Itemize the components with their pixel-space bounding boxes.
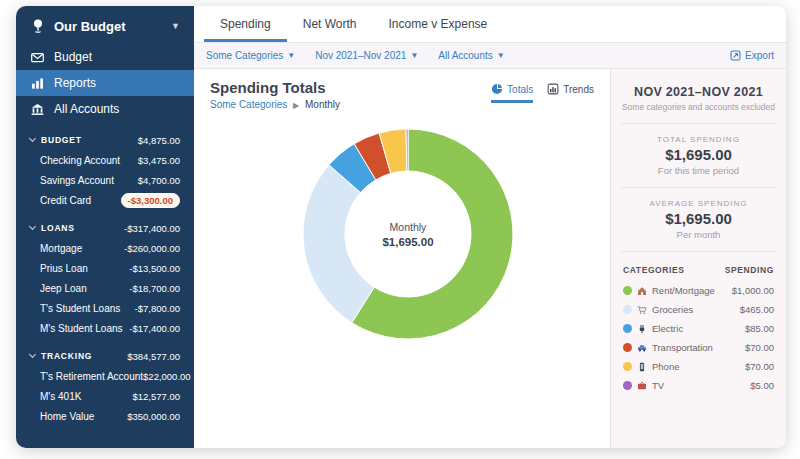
account-row-jeep-loan[interactable]: Jeep Loan-$18,700.00: [16, 278, 194, 298]
sidebar: Our Budget ▼ Budget Reports All Accounts…: [16, 6, 194, 448]
filter-categories-dropdown[interactable]: Some Categories ▼: [206, 50, 295, 61]
trends-toggle[interactable]: Trends: [547, 83, 594, 103]
breadcrumb-categories-link[interactable]: Some Categories: [210, 99, 287, 110]
breadcrumb: Some Categories ▶ Monthly: [210, 99, 340, 110]
total-spending-value: $1,695.00: [611, 146, 786, 163]
category-amount: $1,000.00: [732, 285, 774, 296]
export-icon: [730, 50, 741, 61]
filter-accounts-label: All Accounts: [438, 50, 492, 61]
section-header-tracking[interactable]: TRACKING$384,577.00: [16, 346, 194, 366]
chevron-down-icon: ▼: [171, 21, 180, 31]
tab-income-v-expense[interactable]: Income v Expense: [373, 6, 504, 42]
account-name: Mortgage: [40, 243, 82, 254]
chevron-down-icon: [29, 135, 36, 142]
category-amount: $70.00: [745, 361, 774, 372]
tree-icon: [30, 18, 46, 34]
account-name: Prius Loan: [40, 263, 88, 274]
phone-icon: [637, 362, 647, 372]
section-header-loans[interactable]: LOANS-$317,400.00: [16, 218, 194, 238]
account-row-mortgage[interactable]: Mortgage-$260,000.00: [16, 238, 194, 258]
sidebar-item-reports[interactable]: Reports: [16, 70, 194, 96]
category-row-rent-mortgage[interactable]: Rent/Mortgage$1,000.00: [611, 281, 786, 300]
account-balance: $3,475.00: [138, 155, 180, 166]
account-row-t-s-student-loans[interactable]: T's Student Loans-$7,800.00: [16, 298, 194, 318]
account-balance: -$18,700.00: [129, 283, 180, 294]
sidebar-item-label: All Accounts: [54, 102, 119, 116]
donut-segment-tv[interactable]: [406, 129, 408, 171]
category-color-dot: [623, 362, 632, 371]
tab-spending[interactable]: Spending: [204, 6, 287, 42]
export-label: Export: [745, 50, 774, 61]
account-balance: -$17,400.00: [129, 323, 180, 334]
account-row-home-value[interactable]: Home Value$350,000.00: [16, 406, 194, 426]
category-row-tv[interactable]: TV$5.00: [611, 376, 786, 395]
sidebar-item-label: Budget: [54, 50, 92, 64]
totals-label: Totals: [507, 84, 533, 95]
account-name: Home Value: [40, 411, 94, 422]
total-spending-label: TOTAL SPENDING: [611, 135, 786, 144]
filter-date-range-label: Nov 2021–Nov 2021: [315, 50, 406, 61]
sidebar-item-budget[interactable]: Budget: [16, 44, 194, 70]
category-name: Transportation: [652, 342, 713, 353]
category-row-phone[interactable]: Phone$70.00: [611, 357, 786, 376]
category-row-electric[interactable]: Electric$85.00: [611, 319, 786, 338]
divider: [621, 123, 776, 124]
account-row-t-s-retirement-account[interactable]: T's Retirement Account$22,000.00: [16, 366, 194, 386]
section-header-budget[interactable]: BUDGET$4,875.00: [16, 130, 194, 150]
report-tabs: Spending Net Worth Income v Expense: [194, 6, 786, 43]
category-amount: $70.00: [745, 342, 774, 353]
sidebar-section-budget: BUDGET$4,875.00Checking Account$3,475.00…: [16, 130, 194, 210]
account-name: Jeep Loan: [40, 283, 87, 294]
category-amount: $85.00: [745, 323, 774, 334]
category-row-groceries[interactable]: Groceries$465.00: [611, 300, 786, 319]
sidebar-sections: BUDGET$4,875.00Checking Account$3,475.00…: [16, 130, 194, 426]
budget-switcher[interactable]: Our Budget ▼: [16, 6, 194, 44]
export-button[interactable]: Export: [730, 50, 774, 61]
category-color-dot: [623, 305, 632, 314]
sidebar-item-all-accounts[interactable]: All Accounts: [16, 96, 194, 122]
total-spending-sub: For this time period: [611, 165, 786, 176]
totals-toggle[interactable]: Totals: [491, 83, 533, 103]
account-row-credit-card[interactable]: Credit Card-$3,300.00: [16, 190, 194, 210]
category-amount: $5.00: [750, 380, 774, 391]
filter-categories-label: Some Categories: [206, 50, 283, 61]
account-row-checking-account[interactable]: Checking Account$3,475.00: [16, 150, 194, 170]
summary-panel: NOV 2021–NOV 2021 Some categories and ac…: [610, 69, 786, 448]
account-name: Credit Card: [40, 195, 91, 206]
section-label: BUDGET: [41, 135, 138, 145]
account-balance: $4,700.00: [138, 175, 180, 186]
account-row-savings-account[interactable]: Savings Account$4,700.00: [16, 170, 194, 190]
chevron-down-icon: ▼: [287, 51, 295, 60]
account-row-m-s-student-loans[interactable]: M's Student Loans-$17,400.00: [16, 318, 194, 338]
breadcrumb-separator-icon: ▶: [293, 101, 299, 110]
tv-icon: [637, 381, 647, 391]
trends-label: Trends: [563, 84, 594, 95]
trends-chart-icon: [547, 83, 559, 95]
account-balance-pill: -$3,300.00: [121, 193, 180, 208]
account-row-prius-loan[interactable]: Prius Loan-$13,500.00: [16, 258, 194, 278]
sidebar-section-tracking: TRACKING$384,577.00T's Retirement Accoun…: [16, 346, 194, 426]
filter-accounts-dropdown[interactable]: All Accounts ▼: [438, 50, 504, 61]
summary-date-range: NOV 2021–NOV 2021: [611, 85, 786, 99]
filter-bar: Some Categories ▼ Nov 2021–Nov 2021 ▼ Al…: [194, 43, 786, 69]
envelope-icon: [30, 50, 45, 65]
average-spending-stat: AVERAGE SPENDING $1,695.00 Per month: [611, 199, 786, 240]
account-balance: $350,000.00: [127, 411, 180, 422]
account-row-m-s-401k[interactable]: M's 401K$12,577.00: [16, 386, 194, 406]
category-name: TV: [652, 380, 664, 391]
sidebar-section-loans: LOANS-$317,400.00Mortgage-$260,000.00Pri…: [16, 218, 194, 338]
average-spending-label: AVERAGE SPENDING: [611, 199, 786, 208]
account-name: M's 401K: [40, 391, 81, 402]
donut-svg: [298, 124, 518, 344]
chevron-down-icon: ▼: [410, 51, 418, 60]
average-spending-value: $1,695.00: [611, 210, 786, 227]
filter-date-range-dropdown[interactable]: Nov 2021–Nov 2021 ▼: [315, 50, 418, 61]
categories-table-header: CATEGORIES SPENDING: [611, 263, 786, 281]
category-row-transportation[interactable]: Transportation$70.00: [611, 338, 786, 357]
car-icon: [637, 343, 647, 353]
account-balance: $12,577.00: [132, 391, 180, 402]
tab-net-worth[interactable]: Net Worth: [287, 6, 373, 42]
spending-donut-chart[interactable]: Monthly $1,695.00: [298, 124, 518, 344]
house-icon: [637, 286, 647, 296]
categories-list: Rent/Mortgage$1,000.00Groceries$465.00El…: [611, 281, 786, 395]
